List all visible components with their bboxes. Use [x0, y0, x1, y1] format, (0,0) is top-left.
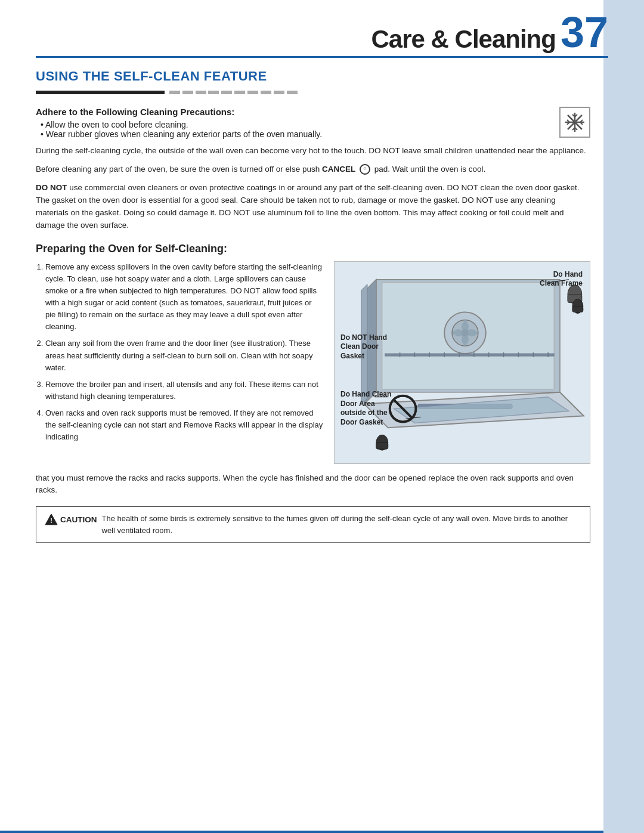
bottom-border [0, 831, 603, 833]
prepare-steps: Remove any excess spillovers in the oven… [36, 261, 323, 464]
bullet-item: Allow the oven to cool before cleaning. [41, 120, 590, 129]
caution-text: The health of some birds is extremely se… [102, 513, 582, 536]
dash-13 [169, 91, 180, 94]
dash-decoration [36, 88, 608, 97]
label-do-not-hand-clean: Do NOT Hand Clean Door Gasket [340, 333, 387, 361]
step-4: Oven racks and oven rack supports must b… [45, 407, 323, 443]
dash-2 [47, 91, 57, 94]
dash-9 [122, 91, 132, 94]
label-do-hand-clean-door: Do Hand Clean Door Area outside of the D… [340, 390, 391, 427]
dash-18 [234, 91, 245, 94]
cleaning-bullets: Allow the oven to cool before cleaning. … [36, 120, 590, 139]
dash-1 [36, 91, 47, 94]
oven-svg [335, 262, 590, 463]
dash-17 [221, 91, 232, 94]
dash-19 [247, 91, 258, 94]
steps-list: Remove any excess spillovers in the oven… [36, 261, 323, 444]
caution-box: ! CAUTION The health of some birds is ex… [36, 506, 590, 543]
section-heading: USING THE SELF-CLEAN FEATURE [36, 69, 590, 84]
snowflake-icon [564, 112, 586, 133]
label-do-hand-clean-frame: Do Hand Clean Frame [540, 270, 583, 289]
dash-21 [274, 91, 284, 94]
top-border [36, 56, 608, 58]
svg-rect-45 [376, 442, 388, 449]
para2: Before cleaning any part of the oven, be… [36, 163, 590, 176]
svg-text:!: ! [50, 517, 52, 524]
dash-15 [196, 91, 206, 94]
dash-14 [182, 91, 193, 94]
dash-11 [143, 91, 154, 94]
dash-12 [154, 91, 165, 94]
page-header: Care & Cleaning 37 [36, 0, 608, 54]
para2-suffix: pad. Wait until the oven is cool. [374, 165, 485, 174]
caution-label: CAUTION [60, 515, 97, 524]
do-not-label: DO NOT [36, 183, 67, 192]
dash-7 [100, 91, 111, 94]
bullet-item: Wear rubber gloves when cleaning any ext… [41, 129, 590, 139]
cancel-label: CANCEL [322, 165, 355, 174]
dash-16 [208, 91, 219, 94]
prepare-layout: Remove any excess spillovers in the oven… [36, 261, 590, 464]
para3-rest: use commercial oven cleaners or oven pro… [36, 183, 579, 230]
page-number: 37 [561, 11, 608, 54]
clean-icon-box [559, 107, 590, 138]
dash-3 [57, 91, 68, 94]
dash-22 [287, 91, 298, 94]
para-after-steps: that you must remove the racks and racks… [36, 472, 590, 497]
dash-6 [89, 91, 100, 94]
para1: During the self-cleaning cycle, the outs… [36, 145, 590, 157]
step-1: Remove any excess spillovers in the oven… [45, 261, 323, 333]
caution-badge: ! CAUTION [45, 513, 97, 526]
svg-rect-47 [572, 306, 583, 312]
para2-prefix: Before cleaning any part of the oven, be… [36, 165, 322, 174]
dash-4 [68, 91, 79, 94]
page-title: Care & Cleaning [371, 25, 555, 54]
prepare-heading: Preparing the Oven for Self-Cleaning: [36, 243, 590, 255]
sub-heading: Adhere to the Following Cleaning Precaut… [36, 107, 590, 117]
caution-triangle-icon: ! [45, 513, 58, 526]
dash-5 [79, 91, 89, 94]
dash-20 [261, 91, 271, 94]
cancel-icon: ○ [360, 164, 370, 175]
dash-10 [132, 91, 143, 94]
sub-heading-text: Adhere to the Following Cleaning Precaut… [36, 107, 234, 117]
step-2: Clean any soil from the oven frame and t… [45, 337, 323, 373]
step-3: Remove the broiler pan and insert, all u… [45, 379, 323, 402]
dash-8 [111, 91, 122, 94]
oven-illustration: Do Hand Clean Frame Do NOT Hand Clean Do… [334, 261, 590, 464]
para3: DO NOT use commercial oven cleaners or o… [36, 182, 590, 232]
